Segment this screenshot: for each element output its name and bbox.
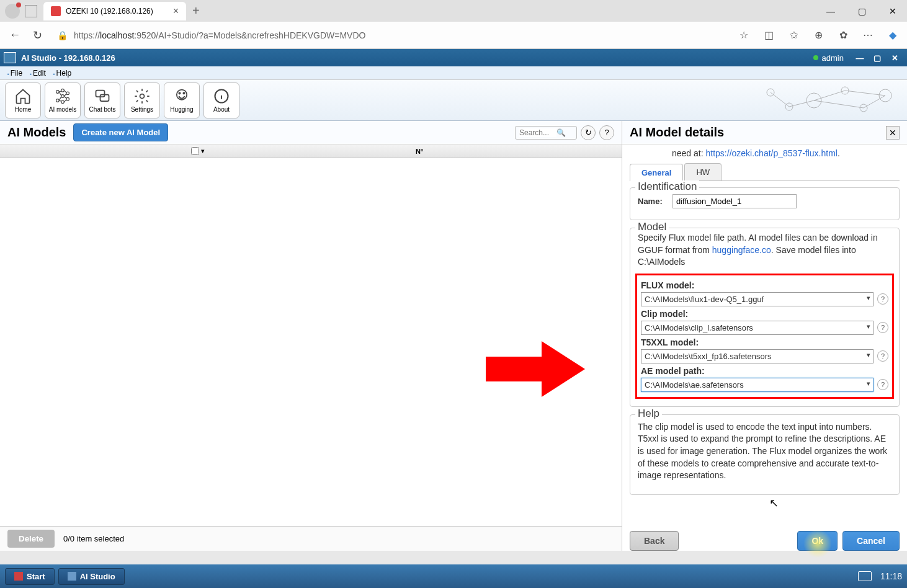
- neural-icon: [54, 87, 71, 105]
- menu-edit[interactable]: Edit: [26, 68, 50, 79]
- t5-help-icon[interactable]: ?: [877, 350, 888, 362]
- back-button-form[interactable]: Back: [630, 531, 679, 551]
- ae-label: AE model path:: [641, 366, 888, 376]
- model-description: Specify Flux model file path. AI model f…: [638, 232, 891, 269]
- close-button[interactable]: ✕: [883, 6, 902, 16]
- favorites-bar-icon[interactable]: ✩: [787, 29, 800, 42]
- svg-line-25: [814, 100, 864, 108]
- svg-point-12: [183, 92, 184, 94]
- help-list-button[interactable]: ?: [599, 125, 614, 140]
- refresh-list-button[interactable]: ↻: [581, 125, 596, 140]
- help-legend: Help: [635, 408, 662, 420]
- details-panel: AI Model details ✕ need at: https://ozek…: [622, 121, 907, 551]
- svg-point-0: [56, 91, 60, 94]
- keyboard-icon[interactable]: [858, 571, 872, 581]
- dropdown-icon[interactable]: ▾: [201, 147, 205, 154]
- menu-help[interactable]: Help: [50, 68, 76, 79]
- tab-hw[interactable]: HW: [684, 163, 722, 180]
- flux-help-icon[interactable]: ?: [877, 293, 888, 305]
- app-title-text: AI Studio - 192.168.0.126: [21, 53, 115, 63]
- back-button[interactable]: ←: [7, 28, 22, 43]
- flux-model-input[interactable]: C:\AIModels\flux1-dev-Q5_1.gguf: [641, 292, 873, 306]
- identification-group: Identification Name:: [630, 187, 900, 220]
- page-title: AI Models: [7, 125, 66, 140]
- table-header: ▾ N°: [0, 145, 622, 158]
- hugging-button[interactable]: Hugging: [164, 82, 200, 118]
- user-indicator[interactable]: admin: [813, 53, 844, 63]
- app-taskbar-icon: [68, 572, 76, 581]
- list-footer: Delete 0/0 item selected: [0, 526, 622, 551]
- tab-general[interactable]: General: [630, 164, 683, 181]
- minimize-button[interactable]: —: [821, 6, 840, 16]
- address-bar: ← ↻ 🔒 https://localhost:9520/AI+Studio/?…: [0, 22, 907, 49]
- url-field[interactable]: 🔒 https://localhost:9520/AI+Studio/?a=Mo…: [52, 28, 730, 43]
- ae-model-input[interactable]: C:\AIModels\ae.safetensors: [641, 378, 873, 392]
- svg-point-6: [66, 97, 69, 100]
- browser-tab-strip: OZEKI 10 (192.168.0.126) × + — ▢ ✕: [0, 0, 907, 22]
- favorite-icon[interactable]: ☆: [737, 29, 751, 42]
- svg-line-27: [864, 96, 885, 108]
- t5-label: T5XXL model:: [641, 337, 888, 347]
- app-minimize-button[interactable]: —: [851, 51, 869, 64]
- app-logo-icon: [4, 52, 16, 63]
- settings-button[interactable]: Settings: [124, 82, 160, 118]
- svg-marker-28: [486, 341, 585, 397]
- menu-file[interactable]: File: [4, 68, 26, 79]
- create-model-button[interactable]: Create new AI Model: [73, 123, 168, 141]
- ae-help-icon[interactable]: ?: [877, 379, 888, 390]
- network-graphic-icon: [758, 83, 901, 118]
- chatbots-button[interactable]: Chat bots: [84, 82, 120, 118]
- app-close-button[interactable]: ✕: [886, 51, 903, 64]
- url-text: https://localhost:9520/AI+Studio/?a=Mode…: [74, 30, 365, 40]
- about-button[interactable]: About: [203, 82, 239, 118]
- need-text: need at: https://ozeki.chat/p_8537-flux.…: [630, 145, 900, 163]
- browser-tab[interactable]: OZEKI 10 (192.168.0.126) ×: [43, 2, 186, 20]
- clip-model-input[interactable]: C:\AIModels\clip_l.safetensors: [641, 321, 873, 335]
- taskbar-app-button[interactable]: AI Studio: [58, 568, 125, 585]
- start-button[interactable]: Start: [5, 568, 55, 585]
- ok-button[interactable]: Ok: [797, 531, 838, 551]
- svg-point-2: [61, 89, 65, 92]
- split-icon[interactable]: ◫: [762, 29, 775, 42]
- app-maximize-button[interactable]: ▢: [869, 51, 886, 64]
- menu-icon[interactable]: ⋯: [861, 29, 875, 42]
- select-all-checkbox[interactable]: [191, 147, 199, 155]
- close-panel-button[interactable]: ✕: [886, 126, 900, 140]
- workspaces-icon[interactable]: [25, 5, 37, 17]
- maximize-button[interactable]: ▢: [852, 6, 871, 16]
- copilot-icon[interactable]: ◆: [886, 29, 900, 42]
- search-field[interactable]: [519, 128, 556, 137]
- models-list-panel: AI Models Create new AI Model 🔍 ↻ ? ▾ N°…: [0, 121, 622, 551]
- profile-icon[interactable]: [5, 4, 20, 19]
- gear-icon: [133, 87, 151, 105]
- name-label: Name:: [638, 197, 668, 206]
- clip-help-icon[interactable]: ?: [877, 322, 888, 333]
- cancel-button[interactable]: Cancel: [842, 531, 900, 551]
- home-button[interactable]: Home: [5, 82, 41, 118]
- hugging-icon: [173, 87, 190, 105]
- search-input[interactable]: 🔍: [515, 126, 577, 140]
- taskbar: Start AI Studio 11:18: [0, 564, 907, 588]
- delete-button[interactable]: Delete: [7, 530, 55, 548]
- huggingface-link[interactable]: huggingface.co: [712, 245, 771, 255]
- t5-model-input[interactable]: C:\AIModels\t5xxl_fp16.safetensors: [641, 349, 873, 363]
- search-icon[interactable]: 🔍: [556, 128, 566, 137]
- svg-point-3: [61, 95, 65, 98]
- menu-bar: File Edit Help: [0, 66, 907, 80]
- ai-models-button[interactable]: AI models: [45, 82, 81, 118]
- new-tab-button[interactable]: +: [192, 4, 200, 18]
- collections-icon[interactable]: ⊕: [811, 29, 825, 42]
- column-number[interactable]: N°: [211, 148, 622, 155]
- flux-link[interactable]: https://ozeki.chat/p_8537-flux.html: [706, 148, 838, 158]
- app-title-bar: AI Studio - 192.168.0.126 admin — ▢ ✕: [0, 49, 907, 66]
- extensions-icon[interactable]: ✿: [836, 29, 850, 42]
- annotation-arrow-icon: [486, 338, 585, 400]
- svg-point-11: [179, 92, 180, 94]
- svg-line-24: [814, 91, 845, 100]
- identification-legend: Identification: [635, 180, 699, 193]
- selection-status: 0/0 item selected: [63, 534, 124, 543]
- refresh-button[interactable]: ↻: [30, 28, 45, 43]
- tab-close-icon[interactable]: ×: [173, 6, 179, 17]
- name-input[interactable]: [672, 194, 797, 208]
- details-title: AI Model details: [630, 125, 724, 140]
